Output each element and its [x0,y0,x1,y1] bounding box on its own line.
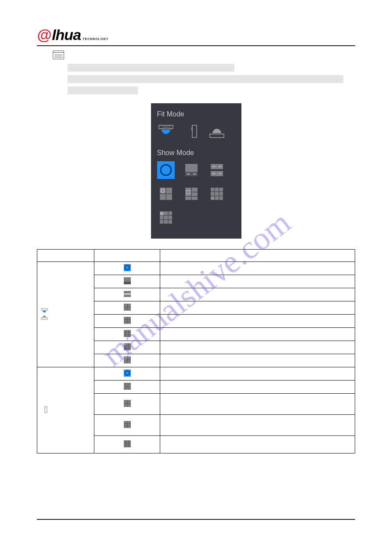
mini-1r1b-icon [124,400,131,407]
table-row [37,262,355,275]
mode-icon-cell [94,288,160,301]
th-desc [160,250,355,262]
mode-icon-cell [94,367,160,381]
mode-icon-cell [94,354,160,367]
mode-icon-cell [94,275,160,288]
th-icon [94,250,160,262]
show-1o-icon[interactable] [157,161,175,179]
mini-1o-blue-icon [124,370,131,377]
ceiling-icon[interactable] [157,123,175,140]
desc-cell [160,262,355,275]
mode-icon-cell [94,328,160,341]
show-mode-row-1 [151,161,241,185]
redacted-line [68,75,343,83]
desc-cell [160,354,355,367]
mini-grid-icon [124,330,131,337]
mini-x-icon [124,383,131,390]
show-grid2-icon[interactable] [157,209,175,226]
brand-at: @ [37,26,51,44]
redacted-line [68,87,138,94]
svg-rect-30 [45,406,47,413]
table-row [37,367,355,381]
mode-icon-cell [94,436,160,453]
mode-icon-cell [94,394,160,415]
show-mode-row-3 [151,209,241,232]
wall-icon[interactable] [183,123,200,140]
mode-table [37,249,355,453]
fit-mode-label: Fit Mode [151,108,241,123]
mode-panel: Fit Mode Show Mode [151,103,241,239]
show-1p1-icon[interactable] [183,161,200,179]
brand-logo: @lhua TECHNOLOGY [37,26,355,44]
desc-cell [160,301,355,315]
svg-rect-25 [124,330,131,337]
footer-rule [37,519,355,520]
note-text-block [68,64,355,94]
mode-icon-cell [94,415,160,436]
svg-rect-2 [210,134,224,138]
mini-2p-icon [124,290,131,297]
th-install [37,250,94,262]
mini-1p1-icon [124,277,131,284]
ground-mini-icon [41,315,48,320]
show-grid-icon[interactable] [208,185,226,203]
mode-icon-cell [94,381,160,394]
desc-cell [160,288,355,301]
wall-mini-icon [41,406,48,411]
mini-1r2-icon [124,317,131,324]
ceiling-mini-icon [41,308,48,313]
desc-cell [160,415,355,436]
ground-icon[interactable] [208,123,226,140]
svg-rect-21 [124,291,131,294]
svg-rect-1 [192,125,197,138]
svg-rect-16 [41,318,47,319]
mini-gridx-icon [124,440,131,447]
install-ceiling-ground [37,262,94,367]
header-rule [37,45,355,46]
install-wall [37,367,94,453]
redacted-line [68,64,234,72]
show-1r2-icon[interactable] [183,185,200,203]
mode-icon-cell [94,262,160,275]
show-mode-row-2 [151,185,241,209]
table-header-row [37,250,355,262]
brand-tag: TECHNOLOGY [83,37,108,40]
note-icon [53,51,64,59]
desc-cell [160,341,355,354]
mini-1r2b-icon [124,421,131,428]
desc-cell [160,381,355,394]
brand-name: lhua [52,26,81,44]
mini-grid2-icon [124,343,131,350]
svg-rect-15 [41,308,47,310]
fit-mode-row [151,123,241,146]
mini-1o-blue-icon [124,264,131,271]
svg-rect-20 [124,282,131,284]
desc-cell [160,367,355,381]
svg-rect-26 [124,343,131,350]
svg-rect-36 [124,440,131,447]
desc-cell [160,275,355,288]
desc-cell [160,315,355,328]
desc-cell [160,436,355,453]
show-1r1-icon[interactable] [157,185,175,203]
svg-rect-22 [124,294,131,297]
mode-icon-cell [94,315,160,328]
desc-cell [160,394,355,415]
mini-rgrid-icon [124,356,131,363]
mode-icon-cell [94,341,160,354]
mini-1r1-icon [124,304,131,311]
svg-point-3 [161,165,171,175]
svg-rect-13 [160,211,172,224]
show-2p-icon[interactable] [208,161,226,179]
desc-cell [160,328,355,341]
show-mode-label: Show Mode [151,146,241,161]
mode-icon-cell [94,301,160,315]
